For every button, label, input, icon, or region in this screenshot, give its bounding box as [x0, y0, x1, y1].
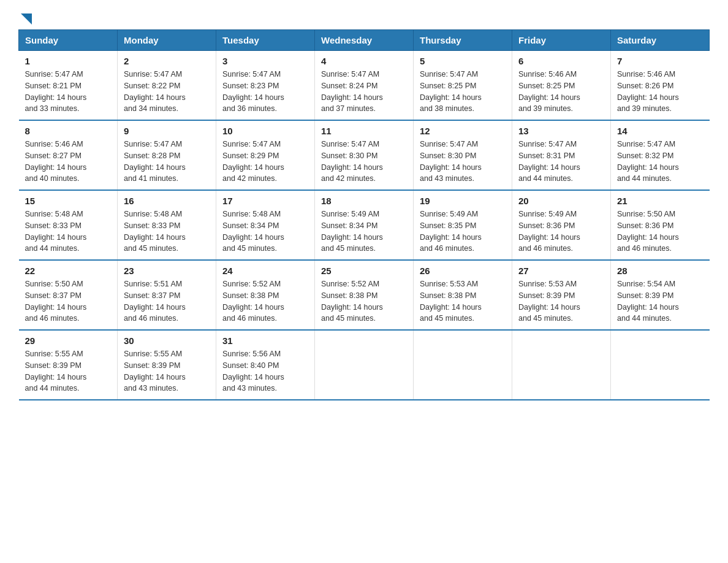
- header-cell-monday: Monday: [118, 30, 216, 51]
- day-cell: 12 Sunrise: 5:47 AM Sunset: 8:30 PM Dayl…: [414, 120, 512, 190]
- header-cell-wednesday: Wednesday: [315, 30, 414, 51]
- header-cell-sunday: Sunday: [19, 30, 118, 51]
- page-header: [18, 12, 710, 23]
- day-number: 27: [518, 266, 604, 276]
- day-cell: 10 Sunrise: 5:47 AM Sunset: 8:29 PM Dayl…: [216, 120, 315, 190]
- day-number: 18: [321, 196, 407, 206]
- header-cell-saturday: Saturday: [611, 30, 710, 51]
- day-number: 2: [124, 56, 210, 66]
- week-row-4: 22 Sunrise: 5:50 AM Sunset: 8:37 PM Dayl…: [19, 260, 710, 330]
- day-info: Sunrise: 5:49 AM Sunset: 8:34 PM Dayligh…: [321, 209, 407, 255]
- day-number: 16: [124, 196, 210, 206]
- day-cell: [611, 330, 710, 400]
- day-number: 14: [617, 126, 703, 136]
- day-info: Sunrise: 5:55 AM Sunset: 8:39 PM Dayligh…: [25, 348, 112, 394]
- day-number: 13: [518, 126, 604, 136]
- day-cell: 30 Sunrise: 5:55 AM Sunset: 8:39 PM Dayl…: [118, 330, 216, 400]
- day-cell: 3 Sunrise: 5:47 AM Sunset: 8:23 PM Dayli…: [216, 51, 315, 121]
- svg-marker-0: [21, 13, 32, 25]
- day-info: Sunrise: 5:46 AM Sunset: 8:26 PM Dayligh…: [617, 69, 703, 115]
- day-info: Sunrise: 5:47 AM Sunset: 8:30 PM Dayligh…: [321, 139, 407, 185]
- day-info: Sunrise: 5:47 AM Sunset: 8:28 PM Dayligh…: [124, 139, 210, 185]
- day-info: Sunrise: 5:47 AM Sunset: 8:29 PM Dayligh…: [222, 139, 308, 185]
- day-number: 15: [25, 196, 112, 206]
- header-row: SundayMondayTuesdayWednesdayThursdayFrid…: [19, 30, 710, 51]
- day-number: 17: [222, 196, 308, 206]
- day-info: Sunrise: 5:46 AM Sunset: 8:27 PM Dayligh…: [25, 139, 112, 185]
- day-number: 24: [222, 266, 308, 276]
- day-info: Sunrise: 5:47 AM Sunset: 8:30 PM Dayligh…: [420, 139, 506, 185]
- day-number: 26: [420, 266, 506, 276]
- day-info: Sunrise: 5:47 AM Sunset: 8:32 PM Dayligh…: [617, 139, 703, 185]
- logo-arrow-icon: [20, 12, 33, 26]
- day-cell: 6 Sunrise: 5:46 AM Sunset: 8:25 PM Dayli…: [512, 51, 611, 121]
- day-cell: 13 Sunrise: 5:47 AM Sunset: 8:31 PM Dayl…: [512, 120, 611, 190]
- day-cell: 29 Sunrise: 5:55 AM Sunset: 8:39 PM Dayl…: [19, 330, 118, 400]
- day-number: 25: [321, 266, 407, 276]
- week-row-5: 29 Sunrise: 5:55 AM Sunset: 8:39 PM Dayl…: [19, 330, 710, 400]
- logo: [18, 12, 33, 23]
- header-cell-tuesday: Tuesday: [216, 30, 315, 51]
- day-info: Sunrise: 5:53 AM Sunset: 8:38 PM Dayligh…: [420, 278, 506, 324]
- day-number: 9: [124, 126, 210, 136]
- week-row-2: 8 Sunrise: 5:46 AM Sunset: 8:27 PM Dayli…: [19, 120, 710, 190]
- day-cell: [512, 330, 611, 400]
- header-cell-thursday: Thursday: [414, 30, 512, 51]
- day-info: Sunrise: 5:47 AM Sunset: 8:21 PM Dayligh…: [25, 69, 112, 115]
- day-info: Sunrise: 5:46 AM Sunset: 8:25 PM Dayligh…: [518, 69, 604, 115]
- day-info: Sunrise: 5:50 AM Sunset: 8:36 PM Dayligh…: [617, 209, 703, 255]
- day-cell: [315, 330, 414, 400]
- day-cell: 5 Sunrise: 5:47 AM Sunset: 8:25 PM Dayli…: [414, 51, 512, 121]
- day-cell: 24 Sunrise: 5:52 AM Sunset: 8:38 PM Dayl…: [216, 260, 315, 330]
- day-number: 4: [321, 56, 407, 66]
- day-cell: 14 Sunrise: 5:47 AM Sunset: 8:32 PM Dayl…: [611, 120, 710, 190]
- day-cell: 4 Sunrise: 5:47 AM Sunset: 8:24 PM Dayli…: [315, 51, 414, 121]
- day-info: Sunrise: 5:51 AM Sunset: 8:37 PM Dayligh…: [124, 278, 210, 324]
- day-number: 29: [25, 335, 112, 346]
- calendar-body: 1 Sunrise: 5:47 AM Sunset: 8:21 PM Dayli…: [19, 51, 710, 400]
- day-number: 10: [222, 126, 308, 136]
- day-cell: 7 Sunrise: 5:46 AM Sunset: 8:26 PM Dayli…: [611, 51, 710, 121]
- day-cell: 11 Sunrise: 5:47 AM Sunset: 8:30 PM Dayl…: [315, 120, 414, 190]
- day-info: Sunrise: 5:50 AM Sunset: 8:37 PM Dayligh…: [25, 278, 112, 324]
- day-info: Sunrise: 5:48 AM Sunset: 8:33 PM Dayligh…: [124, 209, 210, 255]
- day-number: 6: [518, 56, 604, 66]
- day-info: Sunrise: 5:47 AM Sunset: 8:25 PM Dayligh…: [420, 69, 506, 115]
- day-cell: 22 Sunrise: 5:50 AM Sunset: 8:37 PM Dayl…: [19, 260, 118, 330]
- day-info: Sunrise: 5:47 AM Sunset: 8:24 PM Dayligh…: [321, 69, 407, 115]
- day-number: 22: [25, 266, 112, 276]
- day-info: Sunrise: 5:52 AM Sunset: 8:38 PM Dayligh…: [222, 278, 308, 324]
- day-cell: 9 Sunrise: 5:47 AM Sunset: 8:28 PM Dayli…: [118, 120, 216, 190]
- day-number: 1: [25, 56, 112, 66]
- day-info: Sunrise: 5:52 AM Sunset: 8:38 PM Dayligh…: [321, 278, 407, 324]
- day-cell: 21 Sunrise: 5:50 AM Sunset: 8:36 PM Dayl…: [611, 190, 710, 260]
- day-number: 19: [420, 196, 506, 206]
- day-info: Sunrise: 5:54 AM Sunset: 8:39 PM Dayligh…: [617, 278, 703, 324]
- day-info: Sunrise: 5:53 AM Sunset: 8:39 PM Dayligh…: [518, 278, 604, 324]
- day-info: Sunrise: 5:49 AM Sunset: 8:36 PM Dayligh…: [518, 209, 604, 255]
- day-number: 28: [617, 266, 703, 276]
- week-row-3: 15 Sunrise: 5:48 AM Sunset: 8:33 PM Dayl…: [19, 190, 710, 260]
- day-number: 12: [420, 126, 506, 136]
- day-number: 7: [617, 56, 703, 66]
- day-cell: 31 Sunrise: 5:56 AM Sunset: 8:40 PM Dayl…: [216, 330, 315, 400]
- day-number: 20: [518, 196, 604, 206]
- day-cell: 8 Sunrise: 5:46 AM Sunset: 8:27 PM Dayli…: [19, 120, 118, 190]
- day-number: 11: [321, 126, 407, 136]
- day-info: Sunrise: 5:49 AM Sunset: 8:35 PM Dayligh…: [420, 209, 506, 255]
- day-cell: 15 Sunrise: 5:48 AM Sunset: 8:33 PM Dayl…: [19, 190, 118, 260]
- day-cell: 1 Sunrise: 5:47 AM Sunset: 8:21 PM Dayli…: [19, 51, 118, 121]
- day-info: Sunrise: 5:48 AM Sunset: 8:34 PM Dayligh…: [222, 209, 308, 255]
- header-cell-friday: Friday: [512, 30, 611, 51]
- day-cell: 2 Sunrise: 5:47 AM Sunset: 8:22 PM Dayli…: [118, 51, 216, 121]
- day-info: Sunrise: 5:48 AM Sunset: 8:33 PM Dayligh…: [25, 209, 112, 255]
- day-cell: 23 Sunrise: 5:51 AM Sunset: 8:37 PM Dayl…: [118, 260, 216, 330]
- day-info: Sunrise: 5:55 AM Sunset: 8:39 PM Dayligh…: [124, 348, 210, 394]
- day-number: 3: [222, 56, 308, 66]
- week-row-1: 1 Sunrise: 5:47 AM Sunset: 8:21 PM Dayli…: [19, 51, 710, 121]
- day-cell: 27 Sunrise: 5:53 AM Sunset: 8:39 PM Dayl…: [512, 260, 611, 330]
- day-cell: 17 Sunrise: 5:48 AM Sunset: 8:34 PM Dayl…: [216, 190, 315, 260]
- day-number: 30: [124, 335, 210, 346]
- calendar-header: SundayMondayTuesdayWednesdayThursdayFrid…: [19, 30, 710, 51]
- day-number: 21: [617, 196, 703, 206]
